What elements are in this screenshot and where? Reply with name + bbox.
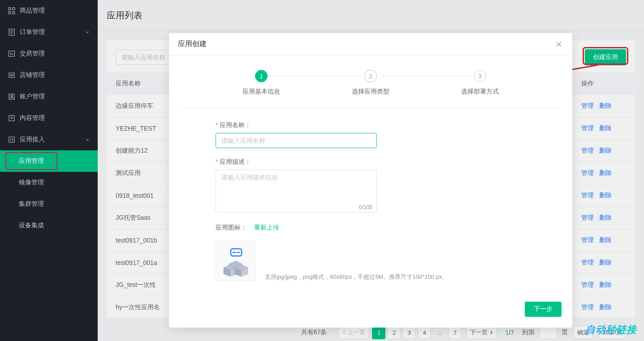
step-indicator: 1 应用基本信息 2 选择应用类型 3 选择部署方式: [180, 64, 562, 109]
step-number: 1: [255, 70, 268, 82]
app-desc-label: *应用描述：: [216, 158, 526, 166]
step-number: 3: [474, 70, 486, 82]
step-2: 2 选择应用类型: [316, 70, 425, 96]
modal-close-button[interactable]: [554, 40, 563, 49]
close-icon: [556, 41, 562, 47]
modal-title: 应用创建: [178, 39, 207, 49]
create-app-modal: 应用创建 1 应用基本信息 2 选择应用类型 3 选择部署方式 *应用名称：: [169, 33, 572, 328]
app-desc-textarea[interactable]: [216, 170, 377, 213]
app-icon-label: 应用图标：: [216, 224, 247, 231]
step-label: 选择应用类型: [352, 88, 389, 96]
step-3: 3 选择部署方式: [425, 70, 535, 96]
step-1: 1 应用基本信息: [207, 70, 316, 96]
char-counter: 0/100: [359, 204, 372, 210]
cubes-icon: [220, 245, 251, 277]
step-number: 2: [364, 70, 377, 82]
modal-footer: 下一步: [169, 302, 572, 328]
app-form: *应用名称： *应用描述： 0/100 应用图标： 重新上传: [180, 121, 562, 281]
app-name-label: *应用名称：: [216, 121, 526, 129]
icon-preview: [216, 241, 256, 281]
svg-rect-31: [231, 249, 242, 256]
modal-header: 应用创建: [169, 33, 572, 55]
next-step-button[interactable]: 下一步: [525, 302, 562, 317]
app-name-input[interactable]: [216, 133, 377, 148]
icon-hint-text: 支持jpg/jpeg，png格式，60x60px，不超过5M。推荐尺寸100*1…: [265, 273, 448, 281]
reupload-link[interactable]: 重新上传: [254, 224, 279, 231]
step-label: 选择部署方式: [461, 88, 499, 96]
step-label: 应用基本信息: [242, 88, 280, 96]
